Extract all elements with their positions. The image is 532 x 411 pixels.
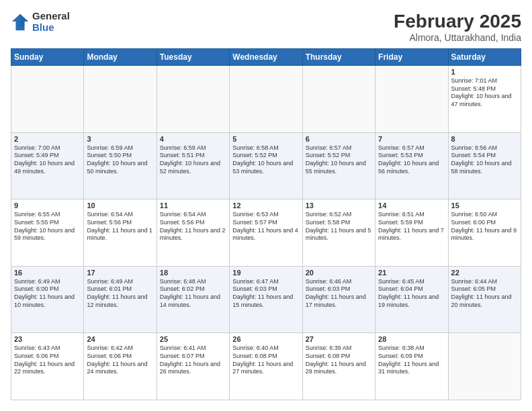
- table-row: 25Sunrise: 6:41 AM Sunset: 6:07 PM Dayli…: [157, 333, 229, 400]
- day-number: 2: [14, 135, 81, 143]
- day-info: Sunrise: 6:54 AM Sunset: 5:56 PM Dayligh…: [87, 211, 153, 242]
- day-number: 17: [87, 269, 153, 277]
- day-info: Sunrise: 7:01 AM Sunset: 5:48 PM Dayligh…: [451, 77, 518, 109]
- col-tuesday: Tuesday: [157, 49, 229, 66]
- day-info: Sunrise: 6:58 AM Sunset: 5:52 PM Dayligh…: [232, 144, 299, 176]
- table-row: 17Sunrise: 6:49 AM Sunset: 6:01 PM Dayli…: [84, 266, 157, 333]
- page: General Blue February 2025 Almora, Uttar…: [0, 0, 532, 411]
- main-title: February 2025: [394, 11, 521, 32]
- col-sunday: Sunday: [11, 49, 84, 66]
- day-number: 3: [87, 135, 153, 143]
- table-row: 3Sunrise: 6:59 AM Sunset: 5:50 PM Daylig…: [84, 132, 157, 199]
- table-row: 8Sunrise: 6:56 AM Sunset: 5:54 PM Daylig…: [448, 132, 521, 199]
- day-number: 15: [451, 201, 518, 210]
- table-row: 22Sunrise: 6:44 AM Sunset: 6:05 PM Dayli…: [448, 266, 521, 333]
- day-info: Sunrise: 6:48 AM Sunset: 6:02 PM Dayligh…: [160, 278, 226, 310]
- svg-marker-1: [20, 13, 28, 26]
- day-info: Sunrise: 6:43 AM Sunset: 6:06 PM Dayligh…: [14, 345, 81, 376]
- day-info: Sunrise: 6:44 AM Sunset: 6:05 PM Dayligh…: [451, 278, 518, 310]
- table-row: 21Sunrise: 6:45 AM Sunset: 6:04 PM Dayli…: [375, 266, 448, 333]
- day-number: 23: [14, 335, 81, 343]
- table-row: 28Sunrise: 6:38 AM Sunset: 6:09 PM Dayli…: [375, 333, 448, 400]
- day-number: 22: [451, 269, 518, 277]
- table-row: 4Sunrise: 6:59 AM Sunset: 5:51 PM Daylig…: [157, 132, 229, 199]
- day-number: 1: [451, 68, 518, 76]
- table-row: [230, 66, 302, 133]
- day-number: 16: [14, 269, 81, 277]
- table-row: 27Sunrise: 6:39 AM Sunset: 6:08 PM Dayli…: [302, 333, 375, 400]
- table-row: 11Sunrise: 6:54 AM Sunset: 5:56 PM Dayli…: [157, 199, 229, 267]
- day-number: 18: [160, 269, 226, 277]
- table-row: 15Sunrise: 6:50 AM Sunset: 6:00 PM Dayli…: [448, 199, 521, 267]
- day-info: Sunrise: 6:49 AM Sunset: 6:00 PM Dayligh…: [14, 278, 81, 310]
- day-number: 12: [232, 201, 299, 210]
- day-info: Sunrise: 6:45 AM Sunset: 6:04 PM Dayligh…: [378, 278, 445, 310]
- day-info: Sunrise: 6:46 AM Sunset: 6:03 PM Dayligh…: [306, 278, 372, 310]
- day-number: 20: [306, 269, 372, 277]
- day-number: 14: [378, 201, 445, 210]
- table-row: 20Sunrise: 6:46 AM Sunset: 6:03 PM Dayli…: [302, 266, 375, 333]
- day-info: Sunrise: 7:00 AM Sunset: 5:49 PM Dayligh…: [14, 144, 81, 176]
- table-row: 5Sunrise: 6:58 AM Sunset: 5:52 PM Daylig…: [230, 132, 302, 199]
- calendar-header-row: Sunday Monday Tuesday Wednesday Thursday…: [11, 49, 521, 66]
- table-row: 26Sunrise: 6:40 AM Sunset: 6:08 PM Dayli…: [230, 333, 302, 400]
- table-row: [448, 333, 521, 400]
- table-row: 19Sunrise: 6:47 AM Sunset: 6:03 PM Dayli…: [230, 266, 302, 333]
- logo-icon: [11, 13, 30, 32]
- day-number: 13: [306, 201, 372, 210]
- table-row: 13Sunrise: 6:52 AM Sunset: 5:58 PM Dayli…: [302, 199, 375, 267]
- logo-general-text: General: [32, 11, 70, 22]
- day-number: 10: [87, 201, 153, 210]
- day-number: 4: [160, 135, 226, 143]
- table-row: 18Sunrise: 6:48 AM Sunset: 6:02 PM Dayli…: [157, 266, 229, 333]
- table-row: 23Sunrise: 6:43 AM Sunset: 6:06 PM Dayli…: [11, 333, 84, 400]
- day-info: Sunrise: 6:56 AM Sunset: 5:54 PM Dayligh…: [451, 144, 518, 176]
- table-row: 1Sunrise: 7:01 AM Sunset: 5:48 PM Daylig…: [448, 66, 521, 133]
- day-number: 28: [378, 335, 445, 343]
- day-number: 6: [306, 135, 372, 143]
- table-row: [84, 66, 157, 133]
- day-info: Sunrise: 6:57 AM Sunset: 5:53 PM Dayligh…: [378, 144, 445, 176]
- day-number: 25: [160, 335, 226, 343]
- day-number: 26: [232, 335, 299, 343]
- logo-blue-text: Blue: [32, 22, 70, 34]
- day-info: Sunrise: 6:51 AM Sunset: 5:59 PM Dayligh…: [378, 211, 445, 242]
- logo-text: General Blue: [32, 11, 70, 33]
- day-number: 24: [87, 335, 153, 343]
- calendar-row: 9Sunrise: 6:55 AM Sunset: 5:55 PM Daylig…: [11, 199, 521, 267]
- day-info: Sunrise: 6:50 AM Sunset: 6:00 PM Dayligh…: [451, 211, 518, 242]
- calendar-table: Sunday Monday Tuesday Wednesday Thursday…: [11, 48, 521, 400]
- table-row: 7Sunrise: 6:57 AM Sunset: 5:53 PM Daylig…: [375, 132, 448, 199]
- table-row: 12Sunrise: 6:53 AM Sunset: 5:57 PM Dayli…: [230, 199, 302, 267]
- day-info: Sunrise: 6:40 AM Sunset: 6:08 PM Dayligh…: [232, 345, 299, 376]
- day-info: Sunrise: 6:53 AM Sunset: 5:57 PM Dayligh…: [232, 211, 299, 242]
- table-row: 24Sunrise: 6:42 AM Sunset: 6:06 PM Dayli…: [84, 333, 157, 400]
- day-number: 9: [14, 201, 81, 210]
- day-number: 7: [378, 135, 445, 143]
- day-info: Sunrise: 6:49 AM Sunset: 6:01 PM Dayligh…: [87, 278, 153, 310]
- logo: General Blue: [11, 11, 70, 33]
- day-info: Sunrise: 6:42 AM Sunset: 6:06 PM Dayligh…: [87, 345, 153, 376]
- day-info: Sunrise: 6:55 AM Sunset: 5:55 PM Dayligh…: [14, 211, 81, 242]
- day-info: Sunrise: 6:38 AM Sunset: 6:09 PM Dayligh…: [378, 345, 445, 376]
- day-number: 11: [160, 201, 226, 210]
- table-row: [11, 66, 84, 133]
- table-row: [302, 66, 375, 133]
- col-saturday: Saturday: [448, 49, 521, 66]
- table-row: [157, 66, 229, 133]
- calendar-row: 23Sunrise: 6:43 AM Sunset: 6:06 PM Dayli…: [11, 333, 521, 400]
- table-row: 6Sunrise: 6:57 AM Sunset: 5:52 PM Daylig…: [302, 132, 375, 199]
- day-number: 19: [232, 269, 299, 277]
- day-info: Sunrise: 6:52 AM Sunset: 5:58 PM Dayligh…: [306, 211, 372, 242]
- calendar-row: 16Sunrise: 6:49 AM Sunset: 6:00 PM Dayli…: [11, 266, 521, 333]
- col-monday: Monday: [84, 49, 157, 66]
- day-info: Sunrise: 6:54 AM Sunset: 5:56 PM Dayligh…: [160, 211, 226, 242]
- table-row: 2Sunrise: 7:00 AM Sunset: 5:49 PM Daylig…: [11, 132, 84, 199]
- day-number: 27: [306, 335, 372, 343]
- subtitle: Almora, Uttarakhand, India: [394, 32, 521, 43]
- calendar-row: 2Sunrise: 7:00 AM Sunset: 5:49 PM Daylig…: [11, 132, 521, 199]
- header: General Blue February 2025 Almora, Uttar…: [11, 11, 521, 43]
- calendar-row: 1Sunrise: 7:01 AM Sunset: 5:48 PM Daylig…: [11, 66, 521, 133]
- table-row: 9Sunrise: 6:55 AM Sunset: 5:55 PM Daylig…: [11, 199, 84, 267]
- day-info: Sunrise: 6:59 AM Sunset: 5:50 PM Dayligh…: [87, 144, 153, 176]
